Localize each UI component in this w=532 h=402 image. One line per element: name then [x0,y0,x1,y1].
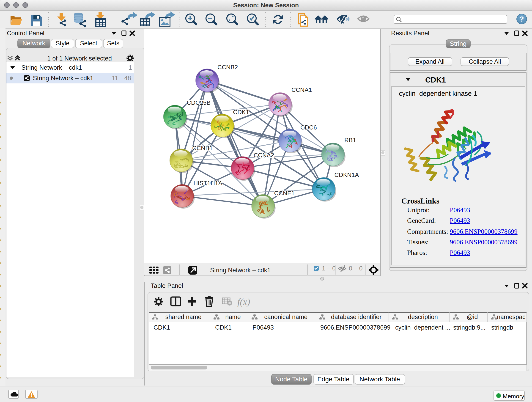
svg-text:CCNE1: CCNE1 [274,190,295,196]
svg-text:CCNA1: CCNA1 [292,86,312,93]
svg-text:CCNA2: CCNA2 [254,152,274,158]
svg-text:String Network – cdk1: String Network – cdk1 [210,267,271,274]
svg-text:CDK1: CDK1 [233,108,249,115]
svg-text:CDC25B: CDC25B [187,99,211,106]
svg-text:CCNB1: CCNB1 [192,144,213,151]
svg-text:0 – 0: 0 – 0 [349,265,363,272]
svg-text:CDC6: CDC6 [301,124,317,131]
svg-text:CDKN1A: CDKN1A [335,171,359,178]
svg-text:CCNB2: CCNB2 [218,64,238,70]
svg-text:HIST1H1A: HIST1H1A [194,179,223,186]
svg-text:RB1: RB1 [345,136,356,143]
svg-text:f(x): f(x) [237,297,250,307]
svg-text:1 – 0: 1 – 0 [322,265,336,272]
